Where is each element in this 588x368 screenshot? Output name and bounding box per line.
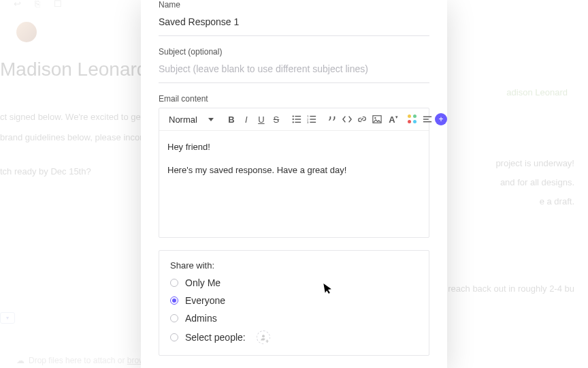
- share-with-label: Share with:: [170, 260, 418, 271]
- svg-rect-5: [295, 122, 301, 123]
- subject-input[interactable]: [159, 57, 429, 83]
- share-option-everyone[interactable]: Everyone: [170, 295, 418, 306]
- code-button[interactable]: [340, 112, 354, 126]
- svg-rect-7: [310, 116, 316, 117]
- svg-text:3: 3: [307, 121, 309, 124]
- radio-icon: [170, 279, 178, 287]
- radio-icon: [170, 333, 178, 341]
- radio-label: Everyone: [185, 295, 225, 306]
- radio-label: Select people:: [185, 332, 246, 343]
- svg-point-20: [262, 335, 265, 337]
- rich-text-editor: Normal B I U S 123: [159, 108, 429, 238]
- email-content-label: Email content: [159, 94, 429, 104]
- svg-point-0: [293, 115, 294, 117]
- name-label: Name: [159, 0, 429, 10]
- radio-label: Admins: [185, 313, 217, 324]
- svg-rect-16: [423, 121, 431, 122]
- radio-icon: [170, 296, 178, 305]
- quote-button[interactable]: [325, 112, 339, 126]
- body-line: Here's my saved response. Have a great d…: [167, 164, 421, 177]
- radio-icon: [170, 314, 178, 322]
- share-option-select-people[interactable]: Select people:: [170, 331, 418, 344]
- share-option-only-me[interactable]: Only Me: [170, 277, 418, 288]
- subject-label: Subject (optional): [159, 47, 429, 57]
- svg-point-4: [293, 121, 294, 123]
- ordered-list-icon: 123: [307, 114, 316, 124]
- bullet-list-icon: [292, 114, 301, 124]
- bullet-list-button[interactable]: [290, 112, 304, 126]
- image-icon: [372, 114, 382, 124]
- svg-rect-3: [295, 119, 301, 119]
- grid-icon: [408, 114, 417, 124]
- body-line: Hey friend!: [167, 140, 421, 154]
- italic-button[interactable]: I: [240, 112, 253, 126]
- svg-rect-15: [423, 119, 429, 119]
- svg-rect-14: [423, 117, 431, 117]
- saved-response-modal: Name Subject (optional) Email content No…: [141, 0, 447, 368]
- share-option-admins[interactable]: Admins: [170, 313, 418, 324]
- strike-button[interactable]: S: [270, 112, 283, 126]
- emoji-button[interactable]: [406, 112, 419, 126]
- svg-point-13: [374, 117, 376, 119]
- svg-point-2: [293, 119, 294, 120]
- svg-rect-11: [310, 122, 316, 123]
- plus-circle-icon: +: [435, 113, 447, 125]
- editor-textarea[interactable]: Hey friend! Here's my saved response. Ha…: [159, 131, 429, 237]
- underline-button[interactable]: U: [255, 112, 268, 126]
- code-icon: [342, 114, 352, 124]
- format-select[interactable]: Normal: [165, 113, 218, 126]
- align-icon: [423, 114, 432, 124]
- link-button[interactable]: [355, 112, 369, 126]
- svg-rect-1: [295, 116, 301, 117]
- editor-toolbar: Normal B I U S 123: [159, 108, 429, 131]
- link-icon: [357, 114, 367, 124]
- svg-rect-9: [310, 119, 316, 119]
- add-people-icon[interactable]: [257, 331, 270, 344]
- image-button[interactable]: [370, 112, 384, 126]
- bold-button[interactable]: B: [225, 112, 238, 126]
- ordered-list-button[interactable]: 123: [305, 112, 318, 126]
- text-color-button[interactable]: A▾: [385, 112, 399, 126]
- align-button[interactable]: [421, 112, 434, 126]
- name-input[interactable]: [159, 10, 429, 36]
- share-with-panel: Share with: Only Me Everyone Admins Sele…: [159, 250, 429, 356]
- insert-button[interactable]: +: [434, 112, 447, 126]
- quote-icon: [327, 114, 337, 124]
- radio-label: Only Me: [185, 277, 220, 288]
